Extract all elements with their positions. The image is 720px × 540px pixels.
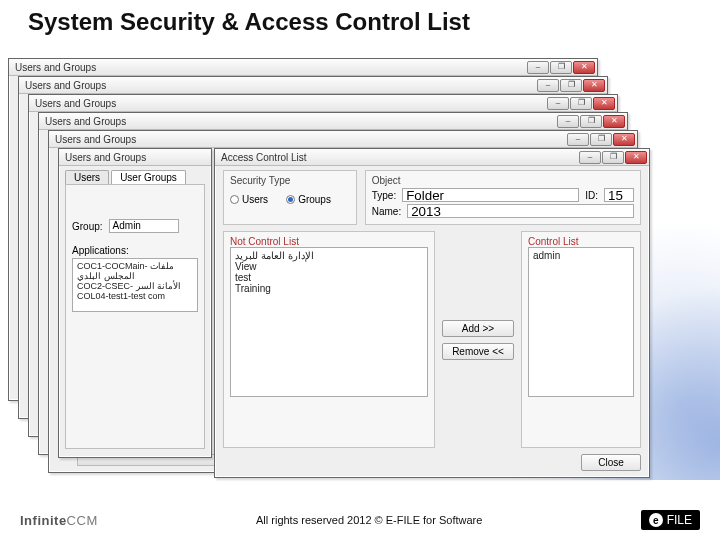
window-title: Users and Groups <box>65 152 146 163</box>
radio-groups[interactable]: Groups <box>286 194 331 205</box>
window-controls: – ❐ ✕ <box>556 115 625 128</box>
tab-user-groups[interactable]: User Groups <box>111 170 186 184</box>
brand-left: InfiniteCCM <box>20 513 98 528</box>
efile-e-icon: e <box>649 513 663 527</box>
maximize-button[interactable]: ❐ <box>570 97 592 110</box>
remove-button[interactable]: Remove << <box>442 343 514 360</box>
acl-window: Access Control List – ❐ ✕ Security Type … <box>214 148 650 478</box>
maximize-button[interactable]: ❐ <box>590 133 612 146</box>
minimize-button[interactable]: – <box>579 151 601 164</box>
radio-label: Users <box>242 194 268 205</box>
window-controls: – ❐ ✕ <box>536 79 605 92</box>
list-item[interactable]: test <box>235 272 423 283</box>
not-control-group: Not Control List الإدارة العامة للبريد V… <box>223 231 435 448</box>
window-title: Users and Groups <box>45 116 126 127</box>
slide-footer: InfiniteCCM All rights reserved 2012 © E… <box>0 504 720 540</box>
window-title: Users and Groups <box>35 98 116 109</box>
window-title: Access Control List <box>221 152 307 163</box>
close-button[interactable]: ✕ <box>625 151 647 164</box>
control-group: Control List admin <box>521 231 641 448</box>
minimize-button[interactable]: – <box>537 79 559 92</box>
object-group: Object Type: ID: Name: <box>365 170 641 225</box>
list-item[interactable]: admin <box>533 250 629 261</box>
window-controls: – ❐ ✕ <box>566 133 635 146</box>
type-field[interactable] <box>402 188 579 202</box>
object-label: Object <box>372 175 634 186</box>
type-label: Type: <box>372 190 396 201</box>
list-item[interactable]: الإدارة العامة للبريد <box>235 250 423 261</box>
security-type-label: Security Type <box>230 175 350 186</box>
minimize-button[interactable]: – <box>527 61 549 74</box>
transfer-buttons: Add >> Remove << <box>439 231 517 448</box>
page-title: System Security & Access Control List <box>0 0 720 40</box>
radio-icon <box>286 195 295 204</box>
list-item[interactable]: COC1-COCMain- ملفات المجلس البلدي <box>77 261 193 281</box>
window-controls: – ❐ ✕ <box>578 151 647 164</box>
id-label: ID: <box>585 190 598 201</box>
copyright: All rights reserved 2012 © E-FILE for So… <box>256 514 482 526</box>
tab-panel: Group: Admin Applications: COC1-COCMain-… <box>65 184 205 449</box>
group-label: Group: <box>72 221 103 232</box>
minimize-button[interactable]: – <box>547 97 569 110</box>
radio-users[interactable]: Users <box>230 194 268 205</box>
list-item[interactable]: View <box>235 261 423 272</box>
window-title: Users and Groups <box>55 134 136 145</box>
maximize-button[interactable]: ❐ <box>602 151 624 164</box>
name-label: Name: <box>372 206 401 217</box>
list-item[interactable]: COC2-CSEC- الأمانة السر <box>77 281 193 291</box>
minimize-button[interactable]: – <box>557 115 579 128</box>
add-button[interactable]: Add >> <box>442 320 514 337</box>
close-button[interactable]: ✕ <box>573 61 595 74</box>
close-button[interactable]: ✕ <box>613 133 635 146</box>
efile-logo: e FILE <box>641 510 700 530</box>
applications-label: Applications: <box>72 245 198 256</box>
close-button[interactable]: ✕ <box>603 115 625 128</box>
user-groups-window: Users and Groups Users User Groups Group… <box>58 148 212 458</box>
window-controls: – ❐ ✕ <box>526 61 595 74</box>
window-title: Users and Groups <box>25 80 106 91</box>
applications-list[interactable]: COC1-COCMain- ملفات المجلس البلدي COC2-C… <box>72 258 198 312</box>
window-title: Users and Groups <box>15 62 96 73</box>
maximize-button[interactable]: ❐ <box>560 79 582 92</box>
minimize-button[interactable]: – <box>567 133 589 146</box>
group-combobox[interactable]: Admin <box>109 219 179 233</box>
maximize-button[interactable]: ❐ <box>580 115 602 128</box>
close-button[interactable]: ✕ <box>583 79 605 92</box>
radio-label: Groups <box>298 194 331 205</box>
tab-users[interactable]: Users <box>65 170 109 184</box>
efile-text: FILE <box>667 513 692 527</box>
window-controls: – ❐ ✕ <box>546 97 615 110</box>
list-item[interactable]: Training <box>235 283 423 294</box>
not-control-label: Not Control List <box>230 236 428 247</box>
close-dialog-button[interactable]: Close <box>581 454 641 471</box>
close-button[interactable]: ✕ <box>593 97 615 110</box>
radio-icon <box>230 195 239 204</box>
control-label: Control List <box>528 236 634 247</box>
security-type-group: Security Type Users Groups <box>223 170 357 225</box>
not-control-list[interactable]: الإدارة العامة للبريد View test Training <box>230 247 428 397</box>
control-list[interactable]: admin <box>528 247 634 397</box>
tabs: Users User Groups <box>59 166 211 184</box>
id-field[interactable] <box>604 188 634 202</box>
name-field[interactable] <box>407 204 634 218</box>
list-item[interactable]: COL04-test1-test com <box>77 291 193 301</box>
maximize-button[interactable]: ❐ <box>550 61 572 74</box>
